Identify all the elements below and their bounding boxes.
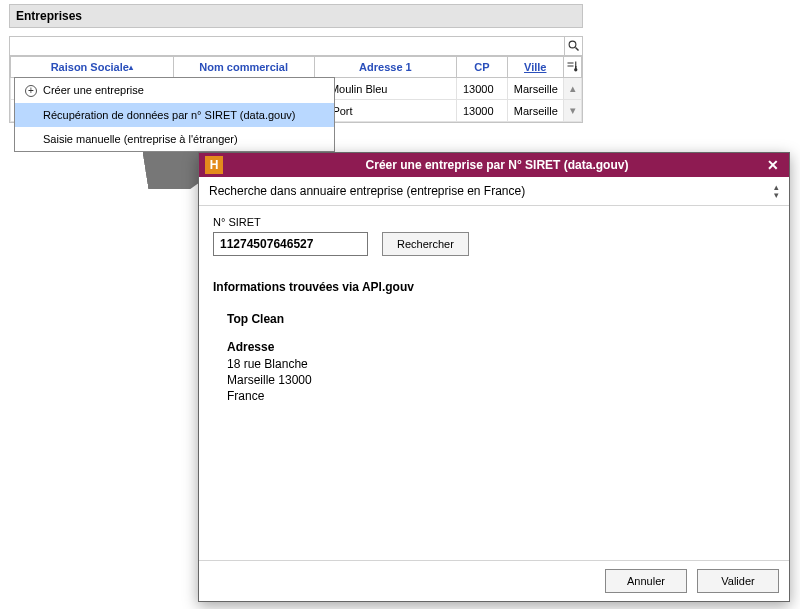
svg-line-1 xyxy=(575,48,578,51)
scroll-down-icon[interactable] xyxy=(563,100,581,122)
address-line: France xyxy=(227,389,775,403)
col-ville[interactable]: Ville xyxy=(507,57,563,78)
grid-toolbar xyxy=(10,37,582,56)
menu-create-entreprise[interactable]: +Créer une entreprise xyxy=(15,78,334,103)
siret-input[interactable] xyxy=(213,232,368,256)
col-adresse[interactable]: Adresse 1 xyxy=(314,57,456,78)
info-heading: Informations trouvées via API.gouv xyxy=(213,280,775,294)
panel-title: Entreprises xyxy=(9,4,583,28)
modal-body: N° SIRET Rechercher Informations trouvée… xyxy=(199,206,789,560)
result-block: Top Clean Adresse 18 rue Blanche Marseil… xyxy=(213,312,775,403)
modal-subtitle: Recherche dans annuaire entreprise (entr… xyxy=(209,184,525,198)
modal-titlebar: H Créer une entreprise par N° SIRET (dat… xyxy=(199,153,789,177)
company-name: Top Clean xyxy=(227,312,775,326)
menu-recup-siret[interactable]: Récupération de données par n° SIRET (da… xyxy=(15,103,334,127)
context-menu: +Créer une entreprise Récupération de do… xyxy=(14,77,335,152)
entreprises-grid: Raison Sociale ▴ Nom commercial Adresse … xyxy=(9,36,583,123)
menu-saisie-manuelle[interactable]: Saisie manuelle (entreprise à l'étranger… xyxy=(15,127,334,151)
modal-footer: Annuler Valider xyxy=(199,560,789,601)
validate-button[interactable]: Valider xyxy=(697,569,779,593)
close-icon[interactable]: ✕ xyxy=(763,157,783,173)
collapse-toggle-icon[interactable]: ▴▾ xyxy=(774,183,779,199)
address-line: 18 rue Blanche xyxy=(227,357,775,371)
modal-subtitle-row: Recherche dans annuaire entreprise (entr… xyxy=(199,177,789,206)
grid-config-icon[interactable] xyxy=(563,57,581,78)
search-icon[interactable] xyxy=(564,37,582,55)
cancel-button[interactable]: Annuler xyxy=(605,569,687,593)
svg-rect-3 xyxy=(575,66,577,69)
svg-point-0 xyxy=(569,41,576,48)
plus-icon: + xyxy=(25,85,37,97)
siret-label: N° SIRET xyxy=(213,216,775,228)
modal-title: Créer une entreprise par N° SIRET (data.… xyxy=(231,158,763,172)
col-nom-commercial[interactable]: Nom commercial xyxy=(173,57,314,78)
create-siret-modal: H Créer une entreprise par N° SIRET (dat… xyxy=(198,152,790,602)
col-cp[interactable]: CP xyxy=(457,57,508,78)
entreprises-panel: Entreprises Raison Sociale ▴ Nom commerc… xyxy=(9,4,583,123)
scroll-up-icon[interactable] xyxy=(563,78,581,100)
col-raison-sociale[interactable]: Raison Sociale ▴ xyxy=(11,57,174,78)
address-line: Marseille 13000 xyxy=(227,373,775,387)
search-button[interactable]: Rechercher xyxy=(382,232,469,256)
address-label: Adresse xyxy=(227,340,775,354)
app-logo-icon: H xyxy=(205,156,223,174)
